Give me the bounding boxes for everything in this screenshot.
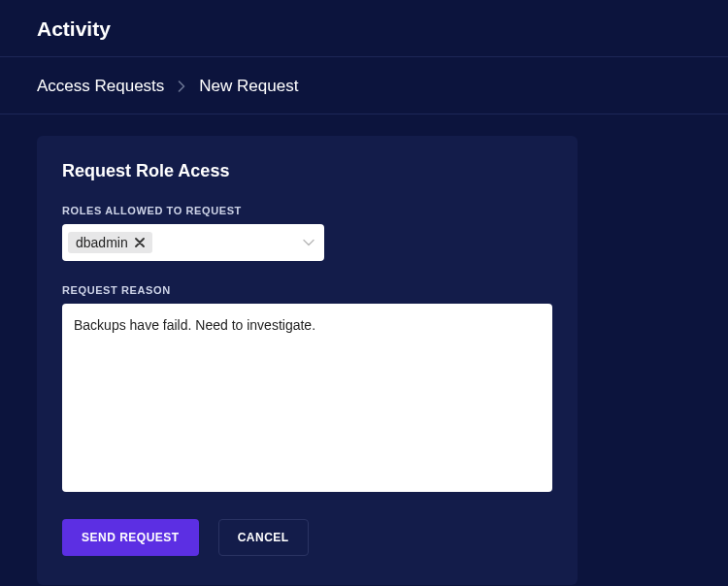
breadcrumb-link-access-requests[interactable]: Access Requests bbox=[37, 77, 164, 96]
roles-label: ROLES ALLOWED TO REQUEST bbox=[62, 205, 552, 216]
card-title: Request Role Acess bbox=[62, 161, 552, 181]
breadcrumb-current: New Request bbox=[199, 77, 298, 96]
chevron-down-icon bbox=[303, 239, 314, 246]
role-chip-label: dbadmin bbox=[76, 235, 128, 250]
reason-textarea[interactable] bbox=[62, 304, 552, 492]
button-row: SEND REQUEST CANCEL bbox=[62, 519, 552, 556]
roles-select[interactable]: dbadmin bbox=[62, 224, 324, 261]
cancel-button[interactable]: CANCEL bbox=[218, 519, 309, 556]
close-icon[interactable] bbox=[135, 238, 145, 247]
reason-label: REQUEST REASON bbox=[62, 284, 552, 296]
role-chip: dbadmin bbox=[68, 232, 152, 253]
header: Activity bbox=[0, 0, 728, 57]
chevron-right-icon bbox=[178, 81, 185, 92]
send-request-button[interactable]: SEND REQUEST bbox=[62, 519, 199, 556]
breadcrumb: Access Requests New Request bbox=[0, 57, 728, 114]
content: Request Role Acess ROLES ALLOWED TO REQU… bbox=[0, 114, 728, 586]
page-title: Activity bbox=[37, 17, 691, 41]
request-card: Request Role Acess ROLES ALLOWED TO REQU… bbox=[37, 136, 578, 585]
